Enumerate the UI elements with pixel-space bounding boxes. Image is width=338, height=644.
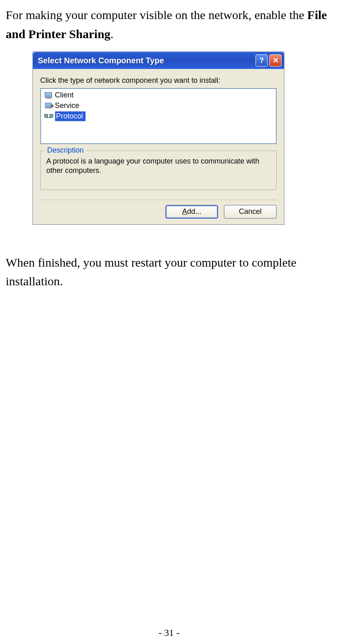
cancel-label: Cancel [239,207,262,216]
add-rest: dd... [187,207,201,215]
component-listbox[interactable]: Client Service Protocol [40,88,277,144]
service-icon [43,101,53,110]
list-item-label: Protocol [55,111,86,121]
list-item[interactable]: Client [43,90,274,100]
add-accelerator: A [182,207,187,215]
page-number: - 31 - [0,627,338,638]
titlebar-text: Select Network Component Type [38,56,254,65]
after-paragraph: When finished, you must restart your com… [0,225,338,291]
close-button[interactable]: ✕ [269,54,282,67]
close-icon: ✕ [273,56,279,65]
help-button[interactable]: ? [256,54,268,67]
cancel-button[interactable]: Cancel [224,205,277,219]
list-item[interactable]: Protocol [43,111,274,121]
separator [40,200,277,200]
list-item-label: Client [55,91,74,99]
description-body: A protocol is a language your computer u… [46,157,271,176]
instruction-text: Click the type of network component you … [40,76,277,85]
help-icon: ? [260,56,264,65]
intro-paragraph: For making your computer visible on the … [0,0,338,43]
protocol-icon [43,112,53,120]
client-icon [43,91,53,99]
description-groupbox: Description A protocol is a language you… [40,151,277,190]
description-title: Description [45,146,86,155]
titlebar[interactable]: Select Network Component Type ? ✕ [33,52,284,69]
list-item[interactable]: Service [43,100,274,111]
button-row: Add... Cancel [40,205,277,219]
add-button[interactable]: Add... [165,205,218,219]
dialog-select-network-component: Select Network Component Type ? ✕ Click … [32,52,284,225]
intro-text-2: . [110,27,114,41]
list-item-label: Service [55,101,79,110]
intro-text-1: For making your computer visible on the … [6,8,307,22]
